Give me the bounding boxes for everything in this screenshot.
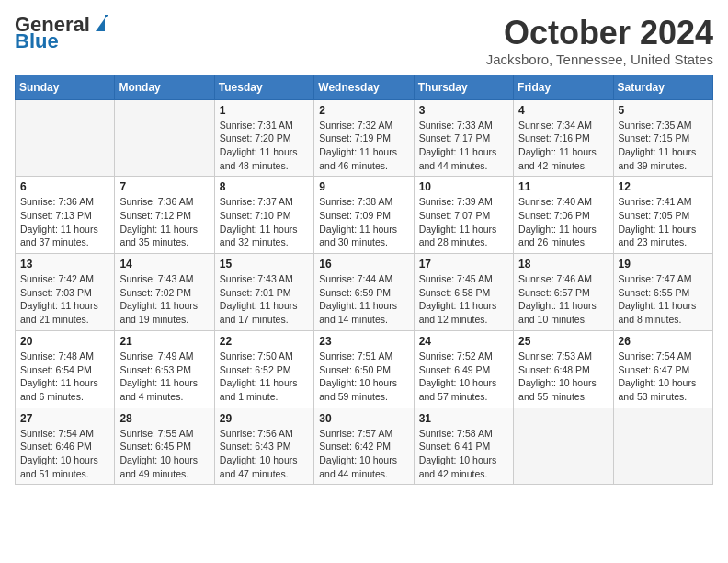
day-info: Sunrise: 7:45 AM Sunset: 6:58 PM Dayligh… xyxy=(419,272,508,327)
calendar-week-5: 27Sunrise: 7:54 AM Sunset: 6:46 PM Dayli… xyxy=(16,408,713,485)
calendar-cell-w4-d7: 26Sunrise: 7:54 AM Sunset: 6:47 PM Dayli… xyxy=(613,330,712,408)
day-number: 3 xyxy=(419,104,508,117)
calendar-cell-w1-d5: 3Sunrise: 7:33 AM Sunset: 7:17 PM Daylig… xyxy=(414,99,513,177)
day-info: Sunrise: 7:54 AM Sunset: 6:46 PM Dayligh… xyxy=(20,427,109,481)
calendar-week-3: 13Sunrise: 7:42 AM Sunset: 7:03 PM Dayli… xyxy=(16,254,713,331)
day-info: Sunrise: 7:48 AM Sunset: 6:54 PM Dayligh… xyxy=(20,350,109,404)
calendar-cell-w5-d3: 29Sunrise: 7:56 AM Sunset: 6:43 PM Dayli… xyxy=(214,408,313,485)
calendar-cell-w4-d6: 25Sunrise: 7:53 AM Sunset: 6:48 PM Dayli… xyxy=(514,330,613,408)
header-wednesday: Wednesday xyxy=(314,75,414,99)
day-info: Sunrise: 7:36 AM Sunset: 7:12 PM Dayligh… xyxy=(119,195,209,249)
header-monday: Monday xyxy=(115,75,214,99)
day-number: 16 xyxy=(319,258,408,270)
day-number: 1 xyxy=(220,104,309,117)
day-number: 24 xyxy=(419,335,508,348)
calendar-cell-w5-d7 xyxy=(613,408,712,485)
day-info: Sunrise: 7:38 AM Sunset: 7:09 PM Dayligh… xyxy=(319,195,408,249)
header-saturday: Saturday xyxy=(613,75,712,99)
calendar-cell-w2-d1: 6Sunrise: 7:36 AM Sunset: 7:13 PM Daylig… xyxy=(16,177,115,254)
calendar-cell-w2-d5: 10Sunrise: 7:39 AM Sunset: 7:07 PM Dayli… xyxy=(414,177,513,254)
day-number: 6 xyxy=(20,180,109,193)
day-number: 18 xyxy=(518,258,608,270)
calendar-cell-w1-d6: 4Sunrise: 7:34 AM Sunset: 7:16 PM Daylig… xyxy=(514,99,613,177)
day-info: Sunrise: 7:39 AM Sunset: 7:07 PM Dayligh… xyxy=(419,195,508,249)
day-info: Sunrise: 7:51 AM Sunset: 6:50 PM Dayligh… xyxy=(319,350,408,404)
logo-blue: Blue xyxy=(15,31,59,52)
calendar-subtitle: Jacksboro, Tennessee, United States xyxy=(486,52,713,67)
day-number: 13 xyxy=(20,258,109,270)
calendar-cell-w2-d6: 11Sunrise: 7:40 AM Sunset: 7:06 PM Dayli… xyxy=(514,177,613,254)
calendar-cell-w5-d4: 30Sunrise: 7:57 AM Sunset: 6:42 PM Dayli… xyxy=(314,408,414,485)
day-number: 7 xyxy=(119,180,209,193)
day-info: Sunrise: 7:52 AM Sunset: 6:49 PM Dayligh… xyxy=(419,350,508,404)
calendar-cell-w4-d3: 22Sunrise: 7:50 AM Sunset: 6:52 PM Dayli… xyxy=(214,330,313,408)
calendar-cell-w1-d3: 1Sunrise: 7:31 AM Sunset: 7:20 PM Daylig… xyxy=(214,99,313,177)
logo: General Blue xyxy=(15,15,108,52)
day-info: Sunrise: 7:43 AM Sunset: 7:01 PM Dayligh… xyxy=(220,272,309,327)
day-info: Sunrise: 7:44 AM Sunset: 6:59 PM Dayligh… xyxy=(319,272,408,327)
day-info: Sunrise: 7:43 AM Sunset: 7:02 PM Dayligh… xyxy=(119,272,209,327)
day-number: 28 xyxy=(119,412,209,425)
day-number: 31 xyxy=(419,412,508,425)
day-info: Sunrise: 7:33 AM Sunset: 7:17 PM Dayligh… xyxy=(419,119,508,173)
day-info: Sunrise: 7:40 AM Sunset: 7:06 PM Dayligh… xyxy=(518,195,608,249)
calendar-cell-w4-d4: 23Sunrise: 7:51 AM Sunset: 6:50 PM Dayli… xyxy=(314,330,414,408)
svg-marker-0 xyxy=(96,18,105,31)
day-number: 30 xyxy=(319,412,408,425)
calendar-cell-w5-d2: 28Sunrise: 7:55 AM Sunset: 6:45 PM Dayli… xyxy=(115,408,214,485)
day-number: 11 xyxy=(518,180,608,193)
day-info: Sunrise: 7:46 AM Sunset: 6:57 PM Dayligh… xyxy=(518,272,608,327)
day-info: Sunrise: 7:55 AM Sunset: 6:45 PM Dayligh… xyxy=(119,427,209,481)
day-number: 26 xyxy=(619,335,708,348)
calendar-table: Sunday Monday Tuesday Wednesday Thursday… xyxy=(15,75,713,486)
calendar-cell-w4-d5: 24Sunrise: 7:52 AM Sunset: 6:49 PM Dayli… xyxy=(414,330,513,408)
day-number: 15 xyxy=(220,258,309,270)
header-sunday: Sunday xyxy=(16,75,115,99)
day-number: 19 xyxy=(619,258,708,270)
day-info: Sunrise: 7:37 AM Sunset: 7:10 PM Dayligh… xyxy=(220,195,309,249)
day-number: 29 xyxy=(220,412,309,425)
day-number: 23 xyxy=(319,335,408,348)
calendar-cell-w4-d1: 20Sunrise: 7:48 AM Sunset: 6:54 PM Dayli… xyxy=(16,330,115,408)
day-number: 12 xyxy=(619,180,708,193)
day-number: 22 xyxy=(220,335,309,348)
day-number: 2 xyxy=(319,104,408,117)
calendar-header-row: Sunday Monday Tuesday Wednesday Thursday… xyxy=(16,75,713,99)
day-info: Sunrise: 7:32 AM Sunset: 7:19 PM Dayligh… xyxy=(319,119,408,173)
page-header: General Blue October 2024 Jacksboro, Ten… xyxy=(15,15,713,67)
calendar-cell-w1-d4: 2Sunrise: 7:32 AM Sunset: 7:19 PM Daylig… xyxy=(314,99,414,177)
day-info: Sunrise: 7:58 AM Sunset: 6:41 PM Dayligh… xyxy=(419,427,508,481)
day-info: Sunrise: 7:57 AM Sunset: 6:42 PM Dayligh… xyxy=(319,427,408,481)
calendar-cell-w3-d5: 17Sunrise: 7:45 AM Sunset: 6:58 PM Dayli… xyxy=(414,254,513,331)
logo-arrow-icon xyxy=(92,15,108,31)
calendar-cell-w2-d3: 8Sunrise: 7:37 AM Sunset: 7:10 PM Daylig… xyxy=(214,177,313,254)
calendar-cell-w5-d5: 31Sunrise: 7:58 AM Sunset: 6:41 PM Dayli… xyxy=(414,408,513,485)
day-number: 25 xyxy=(518,335,608,348)
day-info: Sunrise: 7:47 AM Sunset: 6:55 PM Dayligh… xyxy=(619,272,708,327)
day-number: 20 xyxy=(20,335,109,348)
day-number: 4 xyxy=(518,104,608,117)
svg-marker-1 xyxy=(105,15,108,18)
calendar-cell-w3-d6: 18Sunrise: 7:46 AM Sunset: 6:57 PM Dayli… xyxy=(514,254,613,331)
calendar-cell-w2-d7: 12Sunrise: 7:41 AM Sunset: 7:05 PM Dayli… xyxy=(613,177,712,254)
day-number: 8 xyxy=(220,180,309,193)
calendar-cell-w3-d2: 14Sunrise: 7:43 AM Sunset: 7:02 PM Dayli… xyxy=(115,254,214,331)
calendar-cell-w1-d2 xyxy=(115,99,214,177)
day-info: Sunrise: 7:35 AM Sunset: 7:15 PM Dayligh… xyxy=(619,119,708,173)
calendar-title: October 2024 xyxy=(486,15,713,52)
day-info: Sunrise: 7:53 AM Sunset: 6:48 PM Dayligh… xyxy=(518,350,608,404)
header-friday: Friday xyxy=(514,75,613,99)
day-number: 14 xyxy=(119,258,209,270)
day-info: Sunrise: 7:50 AM Sunset: 6:52 PM Dayligh… xyxy=(220,350,309,404)
day-number: 5 xyxy=(619,104,708,117)
calendar-cell-w4-d2: 21Sunrise: 7:49 AM Sunset: 6:53 PM Dayli… xyxy=(115,330,214,408)
day-number: 9 xyxy=(319,180,408,193)
day-number: 10 xyxy=(419,180,508,193)
title-block: October 2024 Jacksboro, Tennessee, Unite… xyxy=(486,15,713,67)
calendar-week-4: 20Sunrise: 7:48 AM Sunset: 6:54 PM Dayli… xyxy=(16,330,713,408)
calendar-cell-w3-d1: 13Sunrise: 7:42 AM Sunset: 7:03 PM Dayli… xyxy=(16,254,115,331)
calendar-cell-w5-d6 xyxy=(514,408,613,485)
day-info: Sunrise: 7:49 AM Sunset: 6:53 PM Dayligh… xyxy=(119,350,209,404)
calendar-cell-w3-d7: 19Sunrise: 7:47 AM Sunset: 6:55 PM Dayli… xyxy=(613,254,712,331)
day-info: Sunrise: 7:31 AM Sunset: 7:20 PM Dayligh… xyxy=(220,119,309,173)
